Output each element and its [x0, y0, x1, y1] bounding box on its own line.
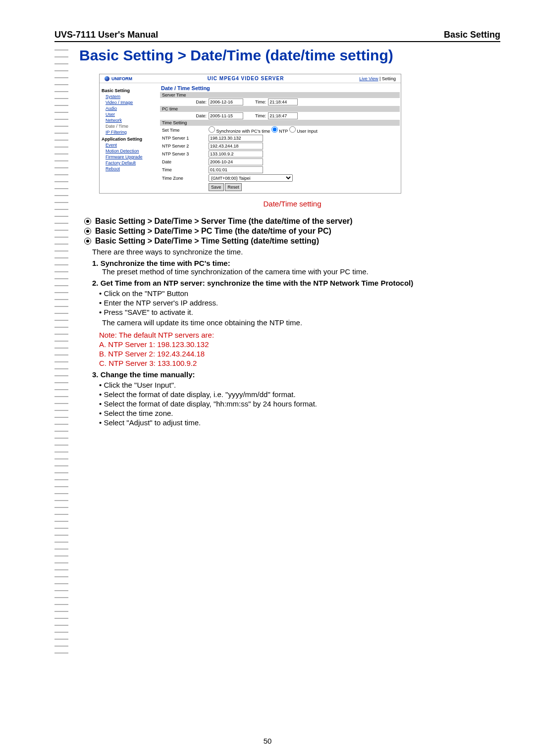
reset-button[interactable]: Reset	[225, 183, 242, 191]
setting-link: Setting	[382, 76, 396, 81]
note-b: B. NTP Server 2: 192.43.244.18	[99, 350, 505, 358]
tz-select[interactable]: (GMT+08:00) Taipei	[209, 174, 293, 182]
step-3-bullets: Click the "User Input". Select the forma…	[99, 381, 505, 427]
page-title: Basic Setting > Date/Time (date/time set…	[79, 47, 505, 64]
sub-bullet: Enter the NTP server's IP address.	[99, 299, 505, 307]
set-time-label: Set Time	[162, 128, 207, 133]
ntp3-input[interactable]	[209, 151, 263, 157]
sub-bullet: Click the "User Input".	[99, 381, 505, 389]
sidebar-section-app: Application Setting	[102, 137, 157, 142]
document-header: UVS-7111 User's Manual Basic Setting	[54, 30, 500, 42]
sidebar-item-event[interactable]: Event	[106, 143, 157, 148]
brand-logo: UNIFORM	[105, 76, 132, 81]
note-head: Note: The default NTP servers are:	[99, 331, 505, 339]
server-time-label: Time:	[255, 100, 266, 104]
ntp1-label: NTP Server 1	[162, 136, 207, 141]
sidebar-item-motion[interactable]: Motion Detection	[106, 149, 157, 153]
intro-text: There are three ways to synchronize the …	[92, 248, 505, 256]
sidebar-item-network[interactable]: Network	[106, 118, 157, 123]
note-c: C. NTP Server 3: 133.100.9.2	[99, 359, 505, 367]
sidebar-item-system[interactable]: System	[106, 94, 157, 99]
bullet-icon	[84, 228, 91, 235]
server-title: UIC MPEG4 VIDEO SERVER	[208, 76, 284, 81]
sidebar-section-basic: Basic Setting	[102, 88, 157, 93]
bullet-3: Basic Setting > Date/Time > Time Setting…	[95, 237, 319, 246]
sidebar: Basic Setting System Video / Image Audio…	[100, 83, 159, 193]
date-label: Date	[162, 159, 207, 164]
sidebar-item-video[interactable]: Video / Image	[106, 100, 157, 105]
sidebar-item-firmware[interactable]: Firmware Upgrade	[106, 154, 157, 159]
server-time-header: Server Time	[160, 92, 400, 98]
sub-bullet: Select the time zone.	[99, 409, 505, 417]
step-1-head: 1. Synchronize the time with PC's time:	[92, 259, 505, 267]
ntp-note: Note: The default NTP servers are: A. NT…	[99, 331, 505, 367]
pc-date-label: Date:	[162, 113, 207, 118]
bullet-icon	[84, 218, 91, 225]
pc-time-input[interactable]	[268, 112, 298, 119]
sidebar-item-datetime: Date / Time	[106, 124, 157, 129]
logo-icon	[105, 76, 109, 81]
pc-time-header: PC time	[160, 106, 400, 112]
sidebar-item-user[interactable]: User	[106, 112, 157, 117]
bullet-1: Basic Setting > Date/Time > Server Time …	[95, 217, 353, 226]
time-input[interactable]	[209, 166, 263, 173]
step-1-body: The preset method of time synchronizatio…	[102, 267, 505, 276]
step-3-head: 3. Change the time manually:	[92, 370, 505, 379]
sidebar-item-factory[interactable]: Factory Default	[106, 160, 157, 165]
radio-ntp[interactable]: NTP	[271, 129, 288, 134]
save-button[interactable]: Save	[209, 183, 224, 191]
tz-label: Time Zone	[162, 176, 207, 181]
radio-user-input[interactable]: User Input	[289, 129, 318, 134]
server-date-label: Date:	[162, 100, 207, 104]
sidebar-item-audio[interactable]: Audio	[106, 106, 157, 111]
ntp3-label: NTP Server 3	[162, 151, 207, 156]
figure-caption: Date/Time setting	[79, 200, 505, 208]
pc-date-input[interactable]	[209, 112, 243, 119]
screenshot-header: UNIFORM UIC MPEG4 VIDEO SERVER Live View…	[100, 74, 401, 83]
decorative-stripes	[54, 50, 68, 658]
panel-title: Date / Time Setting	[160, 84, 400, 92]
topic-bullets: Basic Setting > Date/Time > Server Time …	[84, 217, 505, 246]
sub-bullet: Select "Adjust" to adjust time.	[99, 418, 505, 427]
embedded-screenshot: UNIFORM UIC MPEG4 VIDEO SERVER Live View…	[99, 74, 401, 194]
server-date-input[interactable]	[209, 99, 243, 105]
step-2-bullets: Click on the "NTP" Button Enter the NTP …	[99, 289, 505, 316]
step-2-after: The camera will update its time once obt…	[102, 318, 505, 327]
sub-bullet: Press "SAVE" to activate it.	[99, 308, 505, 316]
server-time-input[interactable]	[268, 99, 298, 105]
logo-text: UNIFORM	[111, 76, 132, 81]
sub-bullet: Select the format of date display, "hh:m…	[99, 400, 505, 408]
bullet-icon	[84, 238, 91, 245]
pc-time-label: Time:	[255, 113, 266, 118]
header-links: Live View | Setting	[359, 76, 396, 81]
page-number: 50	[264, 737, 272, 745]
header-right: Basic Setting	[444, 30, 500, 40]
date-input[interactable]	[209, 158, 263, 165]
step-2-head: 2. Get Time from an NTP server: synchron…	[92, 279, 505, 287]
live-view-link[interactable]: Live View	[359, 76, 378, 81]
note-a: A. NTP Server 1: 198.123.30.132	[99, 340, 505, 349]
time-label: Time	[162, 167, 207, 172]
bullet-2: Basic Setting > Date/Time > PC Time (the…	[95, 227, 331, 236]
ntp1-input[interactable]	[209, 135, 263, 142]
time-setting-header: Time Setting	[160, 120, 400, 126]
main-panel: Date / Time Setting Server Time Date: Ti…	[159, 83, 401, 193]
header-left: UVS-7111 User's Manual	[54, 30, 158, 40]
ntp2-input[interactable]	[209, 143, 263, 150]
sub-bullet: Select the format of date display, i.e. …	[99, 390, 505, 399]
sidebar-item-reboot[interactable]: Reboot	[106, 166, 157, 171]
sidebar-item-ipfilter[interactable]: IP Filtering	[106, 130, 157, 135]
radio-sync-pc[interactable]: Synchronize with PC's time	[209, 129, 270, 134]
sub-bullet: Click on the "NTP" Button	[99, 289, 505, 298]
ntp2-label: NTP Server 2	[162, 144, 207, 149]
